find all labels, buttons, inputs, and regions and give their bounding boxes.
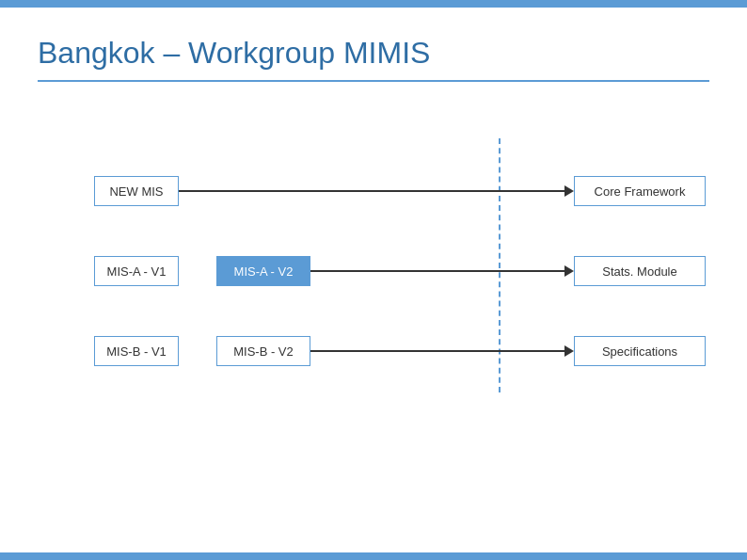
mis-b-v1: MIS-B - V1 (94, 336, 179, 366)
arrow-line-row1 (179, 190, 564, 192)
mis-a-v2: MIS-A - V2 (216, 256, 310, 286)
diagram: NEW MISCore FrameworkMIS-A - V1MIS-A - V… (38, 120, 709, 458)
dashed-vertical-line (499, 138, 501, 392)
main-content: Bangkok – Workgroup MIMIS NEW MISCore Fr… (0, 8, 747, 477)
mis-a-v1: MIS-A - V1 (94, 256, 179, 286)
core-framework: Core Framework (574, 176, 706, 206)
mis-b-v2: MIS-B - V2 (216, 336, 310, 366)
arrow-line-row2 (310, 270, 564, 272)
bottom-bar (0, 552, 747, 560)
new-mis: NEW MIS (94, 176, 179, 206)
stats-module: Stats. Module (574, 256, 706, 286)
arrow-head-row2 (564, 265, 574, 277)
arrow-head-row1 (564, 185, 574, 197)
top-bar (0, 0, 747, 8)
specifications: Specifications (574, 336, 706, 366)
page-title: Bangkok – Workgroup MIMIS (38, 36, 709, 71)
title-divider (38, 80, 709, 82)
arrow-line-row3 (310, 350, 564, 352)
arrow-head-row3 (564, 345, 574, 357)
